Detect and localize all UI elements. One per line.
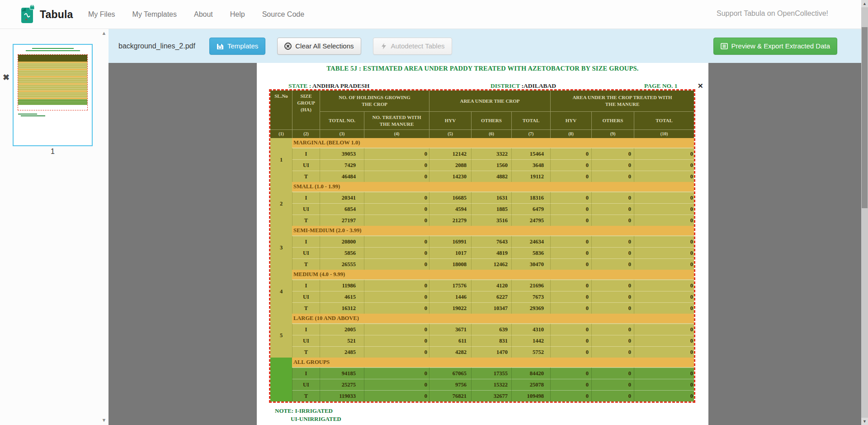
- value-cell: 0: [364, 258, 429, 270]
- scroll-down-icon[interactable]: ▼: [861, 418, 868, 425]
- value-cell: 0: [634, 192, 694, 203]
- value-cell: 7673: [511, 291, 550, 302]
- value-cell: 0: [364, 215, 429, 226]
- value-cell: 0: [550, 171, 591, 182]
- row-label-cell: T: [292, 346, 320, 358]
- row-label-cell: T: [292, 215, 320, 226]
- value-cell: 0: [550, 247, 591, 258]
- table-section: 5LARGE (10 AND ABOVE)I200503671639431000…: [270, 314, 694, 358]
- pdf-page[interactable]: TABLE 5J : ESTIMATED AREA UNDER PADDY TR…: [257, 63, 708, 425]
- table-selection-box[interactable]: SL.No SIZE GROUP (HA) NO. OF HOLDINGS GR…: [269, 89, 695, 403]
- toolbar: background_lines_2.pdf Templates Clear A…: [108, 29, 861, 63]
- page-thumbnail[interactable]: [13, 44, 93, 146]
- subheader: OTHERS: [471, 111, 511, 129]
- tabula-logo-icon: [21, 5, 36, 24]
- row-label-cell: I: [292, 368, 320, 379]
- value-cell: 21279: [429, 215, 471, 226]
- value-cell: 4310: [511, 324, 550, 335]
- table-section: 4MEDIUM (4.0 - 9.99)I1198601757641202169…: [270, 270, 694, 314]
- value-cell: 0: [591, 280, 634, 291]
- value-cell: 0: [550, 302, 591, 314]
- value-cell: 1885: [471, 203, 511, 215]
- value-cell: 6854: [320, 203, 364, 215]
- value-cell: 831: [471, 335, 511, 346]
- value-cell: 0: [591, 291, 634, 302]
- value-cell: 4594: [429, 203, 471, 215]
- autodetect-tables-label: Autodetect Tables: [391, 42, 445, 50]
- pdf-table-header: SL.No SIZE GROUP (HA) NO. OF HOLDINGS GR…: [270, 91, 694, 138]
- value-cell: 15464: [511, 148, 550, 159]
- autodetect-tables-button[interactable]: Autodetect Tables: [373, 38, 452, 55]
- sidebar-scroll-up-icon[interactable]: ▲: [101, 30, 107, 36]
- value-cell: 0: [634, 280, 694, 291]
- col-number: (10): [634, 129, 694, 138]
- row-label-cell: T: [292, 258, 320, 270]
- nav-item-about[interactable]: About: [194, 10, 213, 19]
- value-cell: 3648: [511, 159, 550, 171]
- value-cell: 21696: [511, 280, 550, 291]
- value-cell: 0: [634, 171, 694, 182]
- value-cell: 1017: [429, 247, 471, 258]
- value-cell: 4282: [429, 346, 471, 358]
- nav-item-source-code[interactable]: Source Code: [262, 10, 304, 19]
- value-cell: 11986: [320, 280, 364, 291]
- value-cell: 0: [364, 236, 429, 247]
- value-cell: 0: [364, 280, 429, 291]
- value-cell: 0: [364, 247, 429, 258]
- row-label-cell: UI: [292, 335, 320, 346]
- selection-close-icon[interactable]: ✕: [698, 82, 703, 90]
- value-cell: 0: [550, 159, 591, 171]
- tabula-brand[interactable]: Tabula: [21, 5, 73, 24]
- scrollbar-thumb[interactable]: [862, 27, 868, 208]
- thumbnail-page-number: 1: [13, 148, 93, 156]
- value-cell: 18316: [511, 192, 550, 203]
- page-no-field: PAGE NO. 1: [644, 82, 678, 90]
- value-cell: 1560: [471, 159, 511, 171]
- clear-all-selections-button[interactable]: Clear All Selections: [277, 38, 361, 55]
- clear-all-selections-label: Clear All Selections: [295, 42, 354, 50]
- scroll-up-icon[interactable]: ▲: [861, 0, 868, 7]
- value-cell: 0: [634, 148, 694, 159]
- value-cell: 32677: [471, 390, 511, 401]
- table-list-icon: [721, 43, 728, 50]
- value-cell: 15322: [471, 379, 511, 390]
- templates-button[interactable]: Templates: [209, 38, 265, 55]
- slno-cell: 5: [270, 314, 292, 358]
- row-label-cell: T: [292, 390, 320, 401]
- preview-export-button[interactable]: Preview & Export Extracted Data: [713, 38, 837, 55]
- value-cell: 0: [364, 159, 429, 171]
- nav-item-my-files[interactable]: My Files: [88, 10, 115, 19]
- size-group-band: SEMI-MEDIUM (2.0 - 3.99): [292, 226, 694, 236]
- thumb-note-line: [21, 115, 45, 116]
- row-label-cell: I: [292, 324, 320, 335]
- slno-cell: 4: [270, 270, 292, 314]
- value-cell: 0: [591, 215, 634, 226]
- value-cell: 0: [591, 324, 634, 335]
- row-label-cell: UI: [292, 247, 320, 258]
- sidebar-scroll-down-icon[interactable]: ▼: [101, 417, 107, 423]
- slno-cell: 3: [270, 226, 292, 270]
- header-slno: SL.No: [270, 91, 292, 129]
- value-cell: 25078: [511, 379, 550, 390]
- col-number: (5): [429, 129, 471, 138]
- value-cell: 0: [550, 390, 591, 401]
- value-cell: 0: [550, 379, 591, 390]
- nav-item-help[interactable]: Help: [230, 10, 245, 19]
- remove-page-icon[interactable]: ✖: [3, 73, 9, 81]
- value-cell: 0: [364, 203, 429, 215]
- value-cell: 0: [591, 258, 634, 270]
- main-scrollbar[interactable]: ▲ ▼: [861, 0, 868, 425]
- support-link[interactable]: Support Tabula on OpenCollective!: [717, 10, 828, 18]
- value-cell: 24795: [511, 215, 550, 226]
- value-cell: 4819: [471, 247, 511, 258]
- slno-cell: [270, 358, 292, 401]
- value-cell: 611: [429, 335, 471, 346]
- value-cell: 9756: [429, 379, 471, 390]
- nav-item-my-templates[interactable]: My Templates: [132, 10, 177, 19]
- value-cell: 30470: [511, 258, 550, 270]
- value-cell: 0: [634, 324, 694, 335]
- value-cell: 3516: [471, 215, 511, 226]
- value-cell: 0: [591, 236, 634, 247]
- value-cell: 6227: [471, 291, 511, 302]
- value-cell: 17576: [429, 280, 471, 291]
